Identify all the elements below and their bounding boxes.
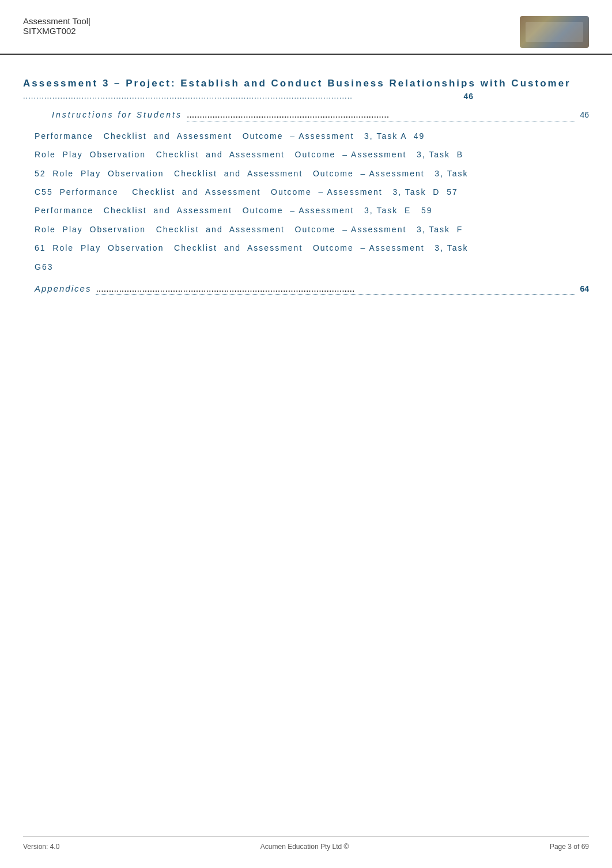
toc-line-task-e: Performance Checklist and Assessment Out… — [23, 204, 589, 217]
appendices-page: 64 — [580, 284, 589, 293]
company-logo — [520, 16, 589, 48]
assessment-heading-text: Assessment 3 – Project: Establish and Co… — [23, 78, 571, 89]
header-subtitle: SITXMGT002 — [23, 26, 90, 36]
toc-line-task-e-text: Performance Checklist and Assessment Out… — [35, 206, 433, 215]
footer-page-label: Page 3 — [550, 843, 572, 851]
toc-line-task-a-text: Performance Checklist and Assessment Out… — [35, 131, 425, 141]
instructions-page: 46 — [580, 109, 589, 121]
assessment-page-number: 46 — [463, 92, 474, 101]
appendices-entry: Appendices .............................… — [23, 284, 589, 296]
page-header: Assessment Tool| SITXMGT002 — [0, 0, 612, 55]
footer-total-pages: 69 — [581, 843, 589, 851]
toc-line-task-d-text: C55 Performance Checklist and Assessment… — [35, 187, 458, 197]
toc-line-task-b-text: Role Play Observation Checklist and Asse… — [35, 150, 463, 159]
footer-of-text: of — [573, 843, 579, 851]
toc-line-task-a: Performance Checklist and Assessment Out… — [23, 130, 589, 142]
toc-line-task-d: C55 Performance Checklist and Assessment… — [23, 186, 589, 198]
main-content: Assessment 3 – Project: Establish and Co… — [0, 55, 612, 342]
assessment-heading: Assessment 3 – Project: Establish and Co… — [23, 77, 589, 90]
toc-line-g63: G63 — [23, 261, 589, 273]
toc-line-task-b: Role Play Observation Checklist and Asse… — [23, 148, 589, 161]
toc-line-task-g: 61 Role Play Observation Checklist and A… — [23, 241, 589, 254]
appendices-label: Appendices — [35, 284, 91, 293]
toc-instructions-entry: Instructions for Students ..............… — [23, 108, 589, 124]
header-title: Assessment Tool| — [23, 16, 90, 26]
header-left: Assessment Tool| SITXMGT002 — [23, 16, 90, 36]
toc-line-task-b2-text: 52 Role Play Observation Checklist and A… — [35, 169, 468, 178]
assessment-dots-line: ........................................… — [23, 92, 589, 101]
dots-fill: ........................................… — [23, 92, 452, 100]
footer-version: Version: 4.0 — [23, 843, 59, 851]
appendices-dots: ........................................… — [96, 284, 575, 295]
toc-line-task-g-text: 61 Role Play Observation Checklist and A… — [35, 243, 468, 252]
toc-line-g63-text: G63 — [35, 262, 53, 271]
footer-page: Page 3 of 69 — [550, 843, 589, 851]
instructions-dots: ........................................… — [187, 108, 575, 122]
toc-line-task-f: Role Play Observation Checklist and Asse… — [23, 223, 589, 236]
footer-center: Acumen Education Pty Ltd © — [260, 843, 349, 851]
page-footer: Version: 4.0 Acumen Education Pty Ltd © … — [23, 836, 589, 851]
instructions-label: Instructions for Students — [52, 109, 182, 121]
toc-line-task-b2: 52 Role Play Observation Checklist and A… — [23, 167, 589, 180]
page-container: Assessment Tool| SITXMGT002 Assessment 3… — [0, 0, 612, 868]
toc-line-task-f-text: Role Play Observation Checklist and Asse… — [35, 225, 463, 234]
